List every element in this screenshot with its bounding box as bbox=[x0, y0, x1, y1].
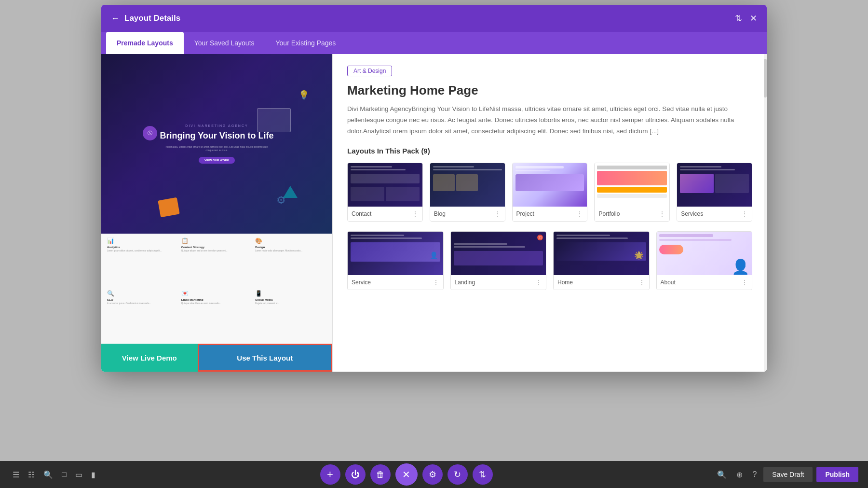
content-panel: Art & Design Marketing Home Page Divi Ma… bbox=[333, 54, 767, 372]
design-text: Lorem motor odio ullamcorper. Morbi urna… bbox=[255, 250, 302, 252]
card-footer-portfolio: Portfolio ⋮ bbox=[595, 207, 669, 221]
social-icon: 📱 bbox=[255, 290, 262, 297]
site-preview: DIVI MARKETING AGENCY Bringing Your Visi… bbox=[101, 54, 332, 344]
content-icon: 📋 bbox=[181, 237, 189, 244]
circle-icon[interactable]: ⊕ bbox=[733, 467, 746, 482]
tab-existing[interactable]: Your Existing Pages bbox=[265, 32, 347, 54]
close-fab[interactable]: ✕ bbox=[395, 463, 418, 486]
card-menu-services[interactable]: ⋮ bbox=[741, 210, 748, 218]
layout-card-home[interactable]: 🌟 Home ⋮ bbox=[553, 231, 650, 290]
hero-btn: VIEW OUR WORK bbox=[199, 157, 235, 164]
delete-fab[interactable]: 🗑 bbox=[370, 464, 391, 485]
card-menu-about[interactable]: ⋮ bbox=[741, 279, 748, 286]
preview-image: DIVI MARKETING AGENCY Bringing Your Visi… bbox=[101, 54, 332, 344]
layout-title: Marketing Home Page bbox=[347, 83, 752, 98]
card-menu-project[interactable]: ⋮ bbox=[576, 210, 583, 218]
card-menu-contact[interactable]: ⋮ bbox=[412, 210, 419, 218]
save-draft-button[interactable]: Save Draft bbox=[763, 467, 813, 482]
deco-circle: Ⓢ bbox=[143, 126, 157, 140]
feature-analytics: 📊 Analytics Lorem ipsum dolor sit amet, … bbox=[107, 237, 178, 287]
card-name-project: Project bbox=[516, 210, 534, 217]
card-thumb-about: 👤 bbox=[657, 232, 752, 275]
toolbar-center: + ⏻ 🗑 ✕ ⚙ ↻ ⇅ bbox=[320, 463, 493, 486]
card-thumb-blog bbox=[430, 163, 505, 207]
help-icon[interactable]: ? bbox=[749, 467, 760, 482]
card-menu-blog[interactable]: ⋮ bbox=[494, 210, 501, 218]
seo-icon: 🔍 bbox=[107, 290, 114, 297]
site-hero: DIVI MARKETING AGENCY Bringing Your Visi… bbox=[101, 54, 332, 234]
layout-card-contact[interactable]: Contact ⋮ bbox=[347, 163, 423, 222]
grid-icon[interactable]: ☷ bbox=[25, 467, 38, 482]
tab-saved[interactable]: Your Saved Layouts bbox=[184, 32, 265, 54]
use-this-layout-button[interactable]: Use This Layout bbox=[198, 344, 332, 372]
layouts-grid-row2: 👤 Service ⋮ bbox=[347, 231, 752, 290]
hero-title: Bringing Your Vision to Life bbox=[160, 130, 273, 141]
desktop-icon[interactable]: □ bbox=[59, 467, 69, 482]
tab-premade[interactable]: Premade Layouts bbox=[106, 32, 184, 54]
back-icon[interactable]: ← bbox=[111, 14, 120, 24]
content-text: Quisque aliquet sed ut sem interdum prae… bbox=[181, 250, 228, 252]
publish-button[interactable]: Publish bbox=[816, 467, 858, 482]
header-left: ← Layout Details bbox=[111, 14, 180, 24]
scrollbar-track[interactable] bbox=[764, 54, 767, 372]
social-text: Fugate sed praesent ut... bbox=[255, 302, 279, 305]
card-name-service: Service bbox=[352, 279, 371, 286]
search-right-icon[interactable]: 🔍 bbox=[714, 467, 730, 482]
card-name-portfolio: Portfolio bbox=[598, 210, 620, 217]
card-name-blog: Blog bbox=[434, 210, 446, 217]
layout-fab[interactable]: ⇅ bbox=[473, 464, 493, 485]
deco-orange bbox=[158, 197, 179, 217]
power-fab[interactable]: ⏻ bbox=[345, 464, 366, 485]
card-thumb-contact bbox=[348, 163, 422, 207]
layout-card-service[interactable]: 👤 Service ⋮ bbox=[347, 231, 444, 290]
mobile-icon[interactable]: ▮ bbox=[88, 467, 98, 482]
feature-design: 🎨 Design Lorem motor odio ullamcorper. M… bbox=[255, 237, 326, 287]
analytics-title: Analytics bbox=[107, 246, 120, 249]
add-fab[interactable]: + bbox=[320, 464, 340, 485]
analytics-icon: 📊 bbox=[107, 237, 114, 244]
card-footer-service: Service ⋮ bbox=[348, 275, 443, 290]
card-thumb-landing: 11 bbox=[451, 232, 546, 275]
header-right: ⇅ ✕ bbox=[735, 13, 757, 24]
email-icon: 💌 bbox=[181, 290, 189, 297]
tablet-icon[interactable]: ▭ bbox=[72, 467, 85, 482]
feature-social: 📱 Social Media Fugate sed praesent ut... bbox=[255, 290, 326, 340]
card-name-services: Services bbox=[681, 210, 703, 217]
content-title: Content Strategy bbox=[181, 246, 204, 249]
search-icon[interactable]: 🔍 bbox=[41, 467, 56, 482]
card-menu-landing[interactable]: ⋮ bbox=[535, 279, 542, 286]
menu-icon[interactable]: ☰ bbox=[10, 467, 22, 482]
about-figure: 👤 bbox=[732, 258, 749, 275]
social-title: Social Media bbox=[255, 298, 272, 301]
preview-panel: DIVI MARKETING AGENCY Bringing Your Visi… bbox=[101, 54, 333, 372]
layout-card-blog[interactable]: Blog ⋮ bbox=[430, 163, 505, 222]
layout-card-portfolio[interactable]: Portfolio ⋮ bbox=[594, 163, 670, 222]
card-menu-portfolio[interactable]: ⋮ bbox=[659, 210, 665, 218]
card-name-about: About bbox=[661, 279, 676, 286]
card-footer-home: Home ⋮ bbox=[554, 275, 649, 290]
layouts-grid-row1: Contact ⋮ bbox=[347, 163, 752, 222]
history-fab[interactable]: ↻ bbox=[448, 464, 468, 485]
layout-card-about[interactable]: 👤 About ⋮ bbox=[656, 231, 753, 290]
columns-icon[interactable]: ⇅ bbox=[735, 13, 742, 24]
layout-card-project[interactable]: Project ⋮ bbox=[512, 163, 588, 222]
view-live-demo-button[interactable]: View Live Demo bbox=[101, 344, 198, 372]
card-menu-home[interactable]: ⋮ bbox=[638, 279, 645, 286]
card-menu-service[interactable]: ⋮ bbox=[433, 279, 439, 286]
design-icon: 🎨 bbox=[255, 237, 262, 244]
tabs-bar: Premade Layouts Your Saved Layouts Your … bbox=[101, 32, 767, 54]
scrollbar-thumb[interactable] bbox=[764, 59, 767, 98]
layout-description: Divi Marketing AgencyBringing Your Visio… bbox=[347, 104, 752, 137]
card-thumb-service: 👤 bbox=[348, 232, 443, 275]
agency-label: DIVI MARKETING AGENCY bbox=[185, 124, 248, 127]
settings-fab[interactable]: ⚙ bbox=[422, 464, 443, 485]
card-name-landing: Landing bbox=[455, 279, 475, 286]
layout-card-services[interactable]: Services ⋮ bbox=[677, 163, 752, 222]
layout-card-landing[interactable]: 11 Landing ⋮ bbox=[450, 231, 547, 290]
modal-header: ← Layout Details ⇅ ✕ bbox=[101, 5, 767, 32]
close-icon[interactable]: ✕ bbox=[750, 13, 757, 24]
toolbar-right: 🔍 ⊕ ? Save Draft Publish bbox=[714, 467, 858, 482]
card-footer-blog: Blog ⋮ bbox=[430, 207, 505, 221]
toolbar-left: ☰ ☷ 🔍 □ ▭ ▮ bbox=[10, 467, 98, 482]
modal-title: Layout Details bbox=[124, 14, 180, 23]
